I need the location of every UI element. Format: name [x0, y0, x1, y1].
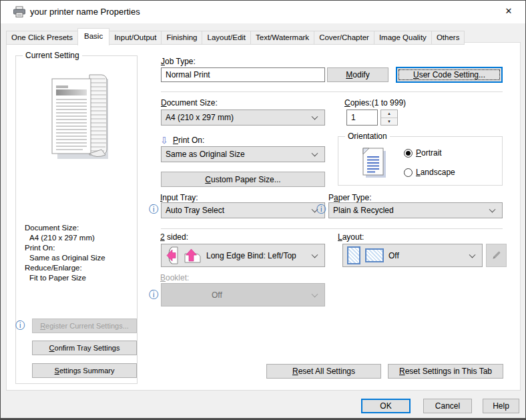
current-setting-summary: Document Size: A4 (210 x 297 mm) Print O…: [25, 223, 105, 283]
radio-unselected-icon: [404, 168, 413, 177]
close-icon[interactable]: ✕: [493, 1, 524, 21]
printer-properties-dialog: your printer name Properties ✕ One Click…: [0, 0, 526, 420]
chevron-down-icon: [312, 251, 318, 258]
booklet-label: Booklet:: [160, 273, 189, 282]
landscape-radio[interactable]: Landscape: [404, 168, 455, 177]
info-icon: ⓘ: [15, 321, 25, 330]
chevron-down-icon: [469, 251, 476, 258]
info-icon: ⓘ: [316, 205, 326, 214]
duplex-flip-up-icon: [183, 246, 202, 264]
summary-line: Reduce/Enlarge:: [25, 263, 105, 273]
current-setting-group: Current Setting Document Size: A4 (210 x…: [15, 55, 138, 384]
two-sided-dropdown[interactable]: Long Edge Bind: Left/Top: [161, 244, 325, 267]
summary-line: Same as Original Size: [25, 253, 105, 263]
summary-line: Fit to Paper Size: [25, 273, 105, 283]
settings-summary-button[interactable]: Settings Summary: [32, 363, 137, 378]
tab-text-watermark[interactable]: Text/Watermark: [250, 31, 314, 45]
chevron-down-icon: [312, 290, 318, 297]
radio-selected-icon: [404, 149, 413, 158]
reset-settings-this-tab-button[interactable]: Reset Settings in This Tab: [388, 364, 503, 379]
separator: [161, 228, 503, 229]
summary-line: Print On:: [25, 243, 105, 253]
paper-type-label: Paper Type:: [328, 193, 372, 202]
tab-finishing[interactable]: Finishing: [161, 31, 202, 45]
custom-paper-size-button[interactable]: Custom Paper Size...: [161, 172, 325, 187]
spinner-up-icon[interactable]: ▲: [381, 110, 397, 118]
summary-line: A4 (210 x 297 mm): [25, 233, 105, 243]
summary-line: Document Size:: [25, 223, 105, 233]
tab-strip: One Click Presets Basic Input/Output Fin…: [6, 28, 464, 45]
user-code-setting-button[interactable]: User Code Setting...: [396, 67, 503, 83]
portrait-radio[interactable]: Portrait: [404, 148, 442, 158]
title-bar: your printer name Properties ✕: [1, 1, 525, 23]
layout-landscape-icon: [365, 248, 384, 262]
copies-input[interactable]: [346, 110, 378, 126]
info-icon: ⓘ: [149, 290, 158, 299]
ok-button[interactable]: OK: [361, 399, 411, 413]
chevron-down-icon: [489, 206, 496, 213]
paper-type-dropdown[interactable]: Plain & Recycled: [328, 202, 503, 218]
input-tray-label: Input Tray:: [160, 193, 198, 202]
help-button[interactable]: Help: [483, 399, 519, 413]
print-on-dropdown[interactable]: Same as Original Size: [161, 146, 325, 162]
info-icon: ⓘ: [149, 205, 158, 214]
reset-all-settings-button[interactable]: Reset All Settings: [266, 364, 381, 379]
layout-dropdown[interactable]: Off: [342, 244, 483, 267]
duplex-long-edge-icon: [166, 246, 179, 265]
orientation-group-label: Orientation: [345, 132, 390, 141]
print-on-label: Print On:: [173, 136, 204, 145]
document-size-label: Document Size:: [161, 98, 218, 108]
window-title: your printer name Properties: [30, 7, 140, 17]
tab-one-click-presets[interactable]: One Click Presets: [6, 31, 78, 45]
tab-basic[interactable]: Basic: [77, 28, 109, 45]
chevron-down-icon: [312, 114, 318, 120]
cancel-button[interactable]: Cancel: [423, 399, 472, 413]
orientation-group: Orientation Portrait Landscape: [338, 136, 503, 186]
tab-input-output[interactable]: Input/Output: [109, 31, 162, 45]
confirm-tray-settings-button[interactable]: Confirm Tray Settings: [32, 341, 137, 355]
current-setting-group-label: Current Setting: [23, 51, 82, 60]
booklet-dropdown: Off: [161, 283, 325, 306]
tab-layout-edit[interactable]: Layout/Edit: [202, 31, 251, 45]
layout-portrait-icon: [347, 246, 360, 264]
document-size-dropdown[interactable]: A4 (210 x 297 mm): [161, 110, 325, 126]
orientation-page-icon: [362, 148, 388, 178]
layout-edit-button: [486, 244, 507, 267]
register-current-settings-button: Register Current Settings...: [32, 319, 137, 333]
job-type-label: Job Type:: [161, 57, 196, 66]
modify-button[interactable]: Modify: [327, 67, 388, 82]
chevron-down-icon: [312, 150, 318, 157]
separator: [161, 91, 503, 92]
portrait-radio-label: Portrait: [416, 148, 442, 158]
copies-stepper: ▲ ▼: [380, 110, 398, 126]
current-setting-preview-image: [47, 71, 113, 161]
copies-label: Copies:(1 to 999): [344, 98, 406, 108]
tab-others[interactable]: Others: [431, 31, 465, 45]
input-tray-dropdown[interactable]: Auto Tray Select: [161, 202, 325, 218]
printer-icon: [13, 6, 26, 18]
pencil-icon: [491, 250, 501, 260]
tab-image-quality[interactable]: Image Quality: [374, 31, 432, 45]
layout-label: Layout:: [338, 232, 364, 242]
down-arrow-icon: ⇩: [160, 135, 168, 146]
job-type-input[interactable]: [161, 67, 325, 82]
tab-cover-chapter[interactable]: Cover/Chapter: [314, 31, 374, 45]
spinner-down-icon[interactable]: ▼: [381, 118, 397, 126]
two-sided-label: 2 sided:: [160, 232, 188, 242]
landscape-radio-label: Landscape: [416, 168, 455, 177]
